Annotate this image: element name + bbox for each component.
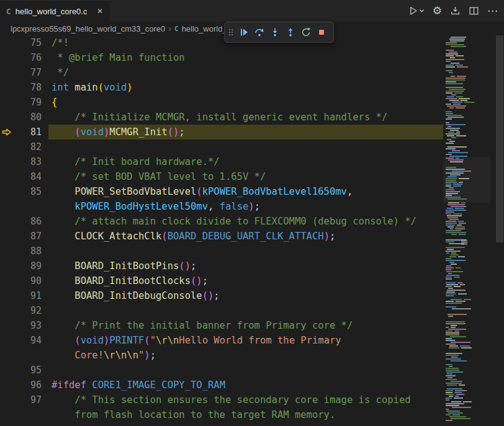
gutter[interactable]: 90	[0, 273, 48, 288]
gutter[interactable]: 83	[0, 154, 48, 169]
minimap-line	[446, 221, 456, 222]
code-line-text[interactable]: (void)PRINTF("\r\nHello World from the P…	[48, 333, 443, 348]
debug-restart-button[interactable]	[299, 25, 313, 40]
vertical-scrollbar[interactable]	[495, 35, 504, 426]
gutter[interactable]: 96	[0, 378, 48, 393]
code-line-text[interactable]: /* Print the initial banner from Primary…	[48, 318, 443, 333]
code-line-text[interactable]: BOARD_InitBootClocks();	[48, 273, 443, 288]
code-line-text[interactable]: Core!\r\n\n");	[48, 348, 443, 363]
code-row[interactable]: kPOWER_BodHystLevel50mv, false);	[0, 199, 504, 214]
gutter[interactable]: 75	[0, 35, 48, 50]
code-row[interactable]: 95	[0, 363, 504, 378]
gutter[interactable]	[0, 407, 48, 422]
code-row[interactable]: 77 */	[0, 65, 504, 80]
code-line-text[interactable]: * @brief Main function	[48, 50, 443, 65]
editor-pane[interactable]: 75/*!76 * @brief Main function77 */78int…	[0, 35, 504, 426]
gutter[interactable]: 85	[0, 184, 48, 199]
minimap-line	[456, 131, 460, 133]
gutter[interactable]: 93	[0, 318, 48, 333]
code-line-text[interactable]	[48, 363, 443, 378]
gutter[interactable]: 94	[0, 333, 48, 348]
code-row[interactable]: 94 (void)PRINTF("\r\nHello World from th…	[0, 333, 504, 348]
code-row[interactable]: 82	[0, 140, 504, 154]
gutter[interactable]: 95	[0, 363, 48, 378]
code-row[interactable]: 84 /* set BOD VBAT level to 1.65V */	[0, 169, 504, 184]
gutter[interactable]	[0, 348, 48, 363]
code-line-text[interactable]: CLOCK_AttachClk(BOARD_DEBUG_UART_CLK_ATT…	[48, 229, 443, 244]
gutter[interactable]: 76	[0, 50, 48, 65]
tab-hello-world-core0[interactable]: C hello_world_core0.c ✕	[0, 0, 110, 22]
debug-run-button[interactable]	[408, 6, 425, 16]
code-line-text[interactable]: {	[48, 95, 443, 110]
gutter[interactable]: 89	[0, 259, 48, 273]
debug-continue-button[interactable]	[236, 25, 251, 40]
code-line-text[interactable]: (void)MCMGR_Init();	[48, 125, 443, 140]
code-line-text[interactable]: /* This section ensures the secondary co…	[48, 393, 443, 407]
code-row[interactable]: 87 CLOCK_AttachClk(BOARD_DEBUG_UART_CLK_…	[0, 229, 504, 244]
gutter[interactable]: 91	[0, 288, 48, 303]
debug-step-into-button[interactable]	[268, 25, 282, 40]
code-line-text[interactable]: #ifdef CORE1_IMAGE_COPY_TO_RAM	[48, 378, 443, 393]
gutter[interactable]: 84	[0, 169, 48, 184]
code-line-text[interactable]: */	[48, 65, 443, 80]
code-line-text[interactable]: BOARD_InitBootPins();	[48, 259, 443, 273]
gutter[interactable]: 82	[0, 140, 48, 154]
code-line-text[interactable]: /* Init board hardware.*/	[48, 154, 443, 169]
code-row[interactable]: 90 BOARD_InitBootClocks();	[0, 273, 504, 288]
gutter[interactable]: 92	[0, 303, 48, 318]
code-row[interactable]: 81 (void)MCMGR_Init();	[0, 125, 504, 140]
code-row[interactable]: 83 /* Init board hardware.*/	[0, 154, 504, 169]
code-row[interactable]: 78int main(void)	[0, 80, 504, 95]
code-line-text[interactable]: BOARD_InitDebugConsole();	[48, 288, 443, 303]
gutter[interactable]: 77	[0, 65, 48, 80]
scrollbar-thumb[interactable]	[496, 35, 503, 242]
debug-step-out-button[interactable]	[283, 25, 298, 40]
code-row[interactable]: 89 BOARD_InitBootPins();	[0, 259, 504, 273]
code-line-text[interactable]	[48, 140, 443, 154]
code-row[interactable]: 93 /* Print the initial banner from Prim…	[0, 318, 504, 333]
code-line-text[interactable]: kPOWER_BodHystLevel50mv, false);	[48, 199, 443, 214]
code-row[interactable]: from flash location to the target RAM me…	[0, 407, 504, 422]
gutter[interactable]: 97	[0, 393, 48, 407]
code-row[interactable]: 86 /* attach main clock divide to FLEXCO…	[0, 214, 504, 229]
gutter[interactable]: 86	[0, 214, 48, 229]
split-editor-icon[interactable]	[469, 6, 479, 16]
code-line-text[interactable]	[48, 244, 443, 259]
code-row[interactable]: 91 BOARD_InitDebugConsole();	[0, 288, 504, 303]
code-line-text[interactable]: /* Initialize MCMGR, install generic eve…	[48, 110, 443, 125]
code-row[interactable]: 92	[0, 303, 504, 318]
gutter[interactable]: 80	[0, 110, 48, 125]
gutter[interactable]: 88	[0, 244, 48, 259]
code-line-text[interactable]: /* set BOD VBAT level to 1.65V */	[48, 169, 443, 184]
breadcrumb-project[interactable]: lpcxpresso55s69_hello_world_cm33_core0	[11, 24, 165, 33]
code-row[interactable]: 96#ifdef CORE1_IMAGE_COPY_TO_RAM	[0, 378, 504, 393]
debug-step-over-button[interactable]	[252, 25, 267, 40]
code-row[interactable]: 80 /* Initialize MCMGR, install generic …	[0, 110, 504, 125]
code-row[interactable]: 97 /* This section ensures the secondary…	[0, 393, 504, 407]
code-line-text[interactable]: POWER_SetBodVbatLevel(kPOWER_BodVbatLeve…	[48, 184, 443, 199]
code-line-text[interactable]: int main(void)	[48, 80, 443, 95]
minimap-line	[446, 241, 454, 242]
settings-gear-icon[interactable]: ⚙	[433, 6, 442, 16]
minimap[interactable]	[443, 35, 490, 426]
code-row[interactable]: 85 POWER_SetBodVbatLevel(kPOWER_BodVbatL…	[0, 184, 504, 199]
gutter[interactable]: 81	[0, 125, 48, 140]
more-actions-icon[interactable]: ⋯	[487, 6, 498, 16]
toolbar-drag-handle[interactable]	[227, 25, 235, 40]
debug-stop-button[interactable]	[314, 25, 329, 40]
editor-actions: ⚙ ⋯	[408, 0, 498, 22]
code-line-text[interactable]	[48, 303, 443, 318]
code-row[interactable]: Core!\r\n\n");	[0, 348, 504, 363]
minimap-line	[446, 167, 456, 168]
code-row[interactable]: 79{	[0, 95, 504, 110]
gutter[interactable]: 79	[0, 95, 48, 110]
gutter[interactable]	[0, 199, 48, 214]
code-row[interactable]: 88	[0, 244, 504, 259]
gutter[interactable]: 87	[0, 229, 48, 244]
tab-close-icon[interactable]: ✕	[96, 6, 104, 16]
code-line-text[interactable]: from flash location to the target RAM me…	[48, 407, 443, 422]
download-icon[interactable]	[450, 6, 461, 16]
code-row[interactable]: 76 * @brief Main function	[0, 50, 504, 65]
gutter[interactable]: 78	[0, 80, 48, 95]
code-line-text[interactable]: /* attach main clock divide to FLEXCOMM0…	[48, 214, 443, 229]
